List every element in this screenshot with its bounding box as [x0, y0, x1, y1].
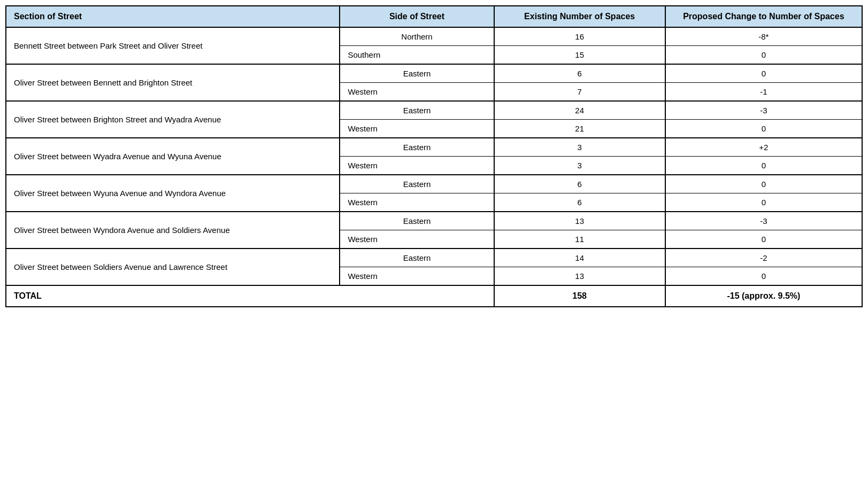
- section-cell: Oliver Street between Wyuna Avenue and W…: [6, 175, 340, 212]
- proposed-cell: -3: [665, 101, 862, 120]
- side-cell: Western: [340, 157, 494, 175]
- proposed-cell: 0: [665, 64, 862, 83]
- side-cell: Eastern: [340, 101, 494, 120]
- header-proposed: Proposed Change to Number of Spaces: [665, 6, 862, 27]
- side-cell: Western: [340, 230, 494, 249]
- existing-cell: 6: [494, 175, 665, 193]
- table-row: Bennett Street between Park Street and O…: [6, 27, 862, 46]
- side-cell: Western: [340, 83, 494, 102]
- existing-cell: 6: [494, 64, 665, 83]
- side-cell: Northern: [340, 27, 494, 46]
- header-existing: Existing Number of Spaces: [494, 6, 665, 27]
- table-row: Oliver Street between Soldiers Avenue an…: [6, 248, 862, 267]
- section-cell: Oliver Street between Brighton Street an…: [6, 101, 340, 138]
- existing-cell: 16: [494, 27, 665, 46]
- parking-table: Section of Street Side of Street Existin…: [5, 5, 863, 307]
- existing-cell: 13: [494, 267, 665, 286]
- proposed-cell: 0: [665, 193, 862, 212]
- side-cell: Western: [340, 267, 494, 286]
- table-row: Oliver Street between Wyuna Avenue and W…: [6, 175, 862, 193]
- side-cell: Eastern: [340, 248, 494, 267]
- section-cell: Oliver Street between Soldiers Avenue an…: [6, 248, 340, 285]
- section-cell: Oliver Street between Wyndora Avenue and…: [6, 212, 340, 248]
- proposed-cell: 0: [665, 267, 862, 286]
- existing-cell: 21: [494, 120, 665, 138]
- proposed-cell: 0: [665, 46, 862, 65]
- table-row: Oliver Street between Brighton Street an…: [6, 101, 862, 120]
- proposed-cell: 0: [665, 157, 862, 175]
- table-row: Oliver Street between Wyadra Avenue and …: [6, 138, 862, 157]
- side-cell: Eastern: [340, 175, 494, 193]
- side-cell: Eastern: [340, 138, 494, 157]
- side-cell: Western: [340, 193, 494, 212]
- table-row: Oliver Street between Wyndora Avenue and…: [6, 212, 862, 230]
- proposed-cell: 0: [665, 120, 862, 138]
- existing-cell: 3: [494, 138, 665, 157]
- footer-label: TOTAL: [6, 285, 494, 307]
- existing-cell: 7: [494, 83, 665, 102]
- section-cell: Bennett Street between Park Street and O…: [6, 27, 340, 64]
- header-row: Section of Street Side of Street Existin…: [6, 6, 862, 27]
- side-cell: Eastern: [340, 212, 494, 230]
- existing-cell: 6: [494, 193, 665, 212]
- proposed-cell: 0: [665, 175, 862, 193]
- section-cell: Oliver Street between Wyadra Avenue and …: [6, 138, 340, 175]
- proposed-cell: -8*: [665, 27, 862, 46]
- section-cell: Oliver Street between Bennett and Bright…: [6, 64, 340, 101]
- footer-proposed: -15 (approx. 9.5%): [665, 285, 862, 307]
- footer-existing: 158: [494, 285, 665, 307]
- side-cell: Eastern: [340, 64, 494, 83]
- footer-row: TOTAL 158 -15 (approx. 9.5%): [6, 285, 862, 307]
- existing-cell: 11: [494, 230, 665, 249]
- proposed-cell: -1: [665, 83, 862, 102]
- header-section: Section of Street: [6, 6, 340, 27]
- proposed-cell: 0: [665, 230, 862, 249]
- existing-cell: 13: [494, 212, 665, 230]
- proposed-cell: -3: [665, 212, 862, 230]
- existing-cell: 14: [494, 248, 665, 267]
- existing-cell: 24: [494, 101, 665, 120]
- existing-cell: 15: [494, 46, 665, 65]
- proposed-cell: -2: [665, 248, 862, 267]
- proposed-cell: +2: [665, 138, 862, 157]
- table-container: Section of Street Side of Street Existin…: [5, 5, 863, 307]
- side-cell: Southern: [340, 46, 494, 65]
- existing-cell: 3: [494, 157, 665, 175]
- side-cell: Western: [340, 120, 494, 138]
- header-side: Side of Street: [340, 6, 494, 27]
- table-row: Oliver Street between Bennett and Bright…: [6, 64, 862, 83]
